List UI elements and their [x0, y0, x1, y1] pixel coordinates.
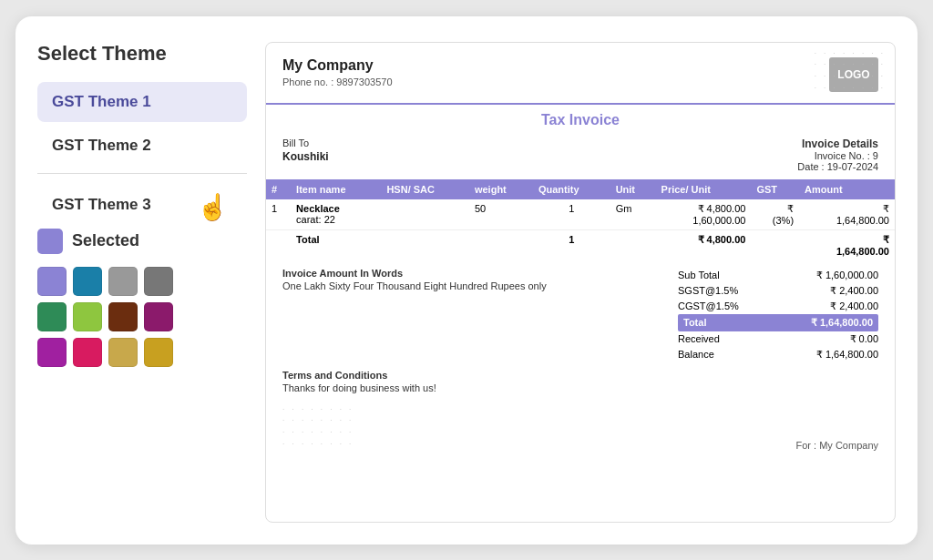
total-label: Total [683, 317, 706, 329]
color-swatch-4[interactable] [144, 267, 173, 296]
theme-item-1[interactable]: GST Theme 1 [37, 82, 247, 122]
invoice-date: Date : 19-07-2024 [797, 161, 878, 172]
terms-text: Thanks for doing business with us! [282, 382, 878, 393]
color-swatch-6[interactable] [73, 302, 102, 331]
color-swatch-10[interactable] [73, 338, 102, 367]
cgst-value: ₹ 2,400.00 [830, 300, 878, 312]
total-amount: ₹1,64,800.00 [799, 229, 895, 260]
cell-gst: ₹(3%) [751, 199, 799, 230]
sgst-label: SGST@1.5% [678, 285, 738, 297]
summary-sgst: SGST@1.5% ₹ 2,400.00 [678, 283, 878, 299]
main-container: Select Theme GST Theme 1 ☝️ GST Theme 2 … [15, 16, 918, 545]
col-weight: weight [469, 179, 533, 199]
color-grid [37, 267, 247, 367]
invoice-details-title: Invoice Details [797, 137, 878, 150]
col-gst: GST [751, 179, 799, 199]
total-unit [610, 229, 656, 260]
bill-to-label: Bill To [282, 137, 329, 148]
received-label: Received [678, 333, 720, 345]
col-hsn: HSN/ SAC [381, 179, 469, 199]
color-swatch-1[interactable] [37, 267, 67, 296]
theme-item-2[interactable]: GST Theme 2 [37, 126, 247, 166]
company-phone: Phone no. : 9897303570 [282, 76, 393, 87]
col-unit: Unit [610, 179, 656, 199]
invoice-summary: Sub Total ₹ 1,60,000.00 SGST@1.5% ₹ 2,40… [678, 268, 878, 362]
color-swatch-3[interactable] [108, 267, 138, 296]
cell-unit: Gm [610, 199, 656, 230]
total-hsn [381, 229, 469, 260]
bill-to-section: Bill To Koushiki [282, 137, 329, 172]
sgst-value: ₹ 2,400.00 [830, 285, 878, 297]
invoice-no: Invoice No. : 9 [797, 150, 878, 161]
bill-to-name: Koushiki [282, 150, 329, 163]
total-qty: 1 [533, 229, 610, 260]
received-value: ₹ 0.00 [850, 333, 878, 345]
summary-received: Received ₹ 0.00 [678, 331, 878, 347]
bill-invoice-row: Bill To Koushiki Invoice Details Invoice… [266, 134, 895, 174]
invoice-words: Invoice Amount In Words One Lakh Sixty F… [282, 268, 669, 362]
col-price: Price/ Unit [656, 179, 752, 199]
col-num: # [266, 179, 291, 199]
total-price: ₹ 4,800.00 [656, 229, 752, 260]
col-amount: Amount [799, 179, 895, 199]
subtotal-value: ₹ 1,60,000.00 [816, 270, 878, 281]
invoice-panel: · · · · · · · · · · · · · · · · · · · · … [265, 42, 896, 523]
summary-cgst: CGST@1.5% ₹ 2,400.00 [678, 299, 878, 314]
color-swatch-2[interactable] [73, 267, 102, 296]
total-value: ₹ 1,64,800.00 [811, 317, 873, 329]
cell-item: Necklacecarat: 22 [291, 199, 381, 230]
invoice-title: Tax Invoice [266, 105, 895, 134]
total-weight [469, 229, 533, 260]
invoice-bottom: Invoice Amount In Words One Lakh Sixty F… [266, 260, 895, 366]
selected-label: Selected [72, 231, 139, 250]
select-theme-title: Select Theme [37, 42, 247, 66]
color-swatch-7[interactable] [108, 302, 138, 331]
color-swatch-9[interactable] [37, 338, 67, 367]
cell-price: ₹ 4,800.001,60,000.00 [656, 199, 752, 230]
summary-total: Total ₹ 1,64,800.00 [678, 314, 878, 331]
invoice-words-title: Invoice Amount In Words [282, 268, 669, 279]
invoice-footer: · · · · · · · · · · · · · · · · · · · · … [266, 397, 895, 458]
summary-balance: Balance ₹ 1,64,800.00 [678, 347, 878, 362]
selected-color-box [37, 229, 63, 254]
logo-box: LOGO [829, 57, 878, 92]
color-swatch-12[interactable] [144, 338, 173, 367]
col-quantity: Quantity [533, 179, 610, 199]
invoice-table: # Item name HSN/ SAC weight Quantity Uni… [266, 179, 895, 260]
subtotal-label: Sub Total [678, 270, 720, 281]
cell-num: 1 [266, 199, 291, 230]
balance-value: ₹ 1,64,800.00 [816, 349, 878, 361]
summary-subtotal: Sub Total ₹ 1,60,000.00 [678, 268, 878, 283]
company-name: My Company [282, 57, 393, 74]
cgst-label: CGST@1.5% [678, 300, 739, 312]
table-row: 1 Necklacecarat: 22 50 1 Gm ₹ 4,800.001,… [266, 199, 895, 230]
color-swatch-5[interactable] [37, 302, 67, 331]
invoice-header: My Company Phone no. : 9897303570 LOGO [266, 43, 895, 105]
cell-amount: ₹1,64,800.00 [799, 199, 895, 230]
invoice-details-section: Invoice Details Invoice No. : 9 Date : 1… [797, 137, 878, 172]
company-info: My Company Phone no. : 9897303570 [282, 57, 393, 87]
cell-quantity: 1 [533, 199, 610, 230]
total-label: Total [291, 229, 381, 260]
cell-hsn [381, 199, 469, 230]
theme-item-3[interactable]: GST Theme 3 [37, 185, 247, 225]
total-empty [266, 229, 291, 260]
color-swatch-8[interactable] [144, 302, 173, 331]
terms-title: Terms and Conditions [282, 370, 878, 381]
footer-for: For : My Company [796, 440, 878, 451]
theme-divider [37, 173, 247, 174]
invoice-words-text: One Lakh Sixty Four Thousand Eight Hundr… [282, 280, 669, 291]
balance-label: Balance [678, 349, 714, 361]
selected-label-row: Selected [37, 229, 247, 254]
left-panel: Select Theme GST Theme 1 ☝️ GST Theme 2 … [37, 42, 247, 523]
color-swatch-11[interactable] [108, 338, 138, 367]
table-total-row: Total 1 ₹ 4,800.00 ₹1,64,800.00 [266, 229, 895, 260]
cell-weight: 50 [469, 199, 533, 230]
table-header-row: # Item name HSN/ SAC weight Quantity Uni… [266, 179, 895, 199]
footer-dots-left: · · · · · · · · · · · · · · · · · · · · … [282, 404, 354, 451]
col-item: Item name [291, 179, 381, 199]
terms-section: Terms and Conditions Thanks for doing bu… [266, 366, 895, 397]
total-gst [751, 229, 799, 260]
